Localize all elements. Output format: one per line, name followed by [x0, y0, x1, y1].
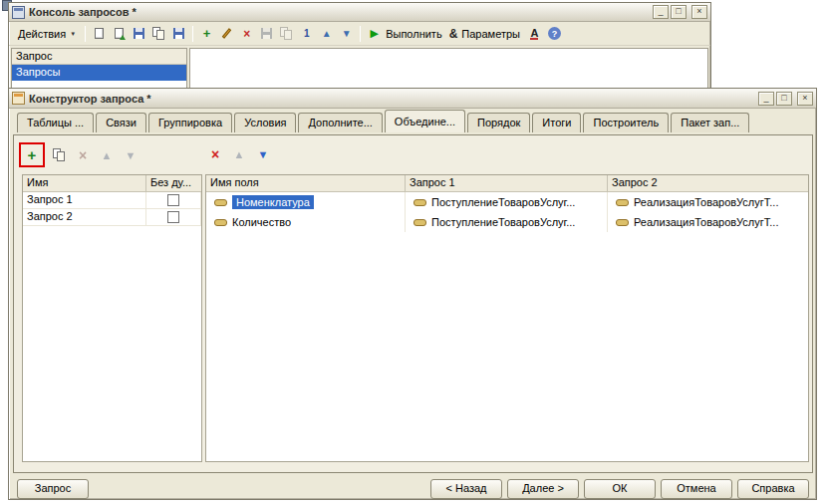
query1-field-cell[interactable]: ПоступлениеТоваровУслуг...: [406, 192, 608, 212]
letter-a-icon: A: [530, 28, 538, 40]
tab-batch[interactable]: Пакет зап...: [671, 113, 749, 132]
tree-column-header[interactable]: Запрос: [12, 49, 186, 65]
query2-field-cell[interactable]: РеализацияТоваровУслугТ...: [608, 212, 808, 232]
field-icon: [413, 199, 426, 206]
actions-label: Действия: [18, 28, 66, 40]
actions-menu-button[interactable]: Действия ▼: [13, 26, 81, 42]
column-header-name[interactable]: Имя: [23, 175, 146, 191]
add-query-icon[interactable]: +: [22, 145, 42, 164]
dialog-maximize-button[interactable]: □: [776, 92, 792, 106]
queries-table-header: Имя Без ду...: [23, 175, 201, 192]
save-list-icon[interactable]: [169, 25, 188, 43]
minimize-button[interactable]: _: [653, 5, 669, 19]
next-button[interactable]: Далее >: [507, 479, 579, 499]
field-name-cell[interactable]: Номенклатура: [206, 192, 406, 212]
cancel-button[interactable]: Отмена: [661, 479, 732, 499]
checkbox[interactable]: [167, 211, 179, 223]
load-icon[interactable]: [110, 25, 129, 43]
console-title: Консоль запросов *: [29, 6, 137, 18]
add-icon[interactable]: +: [197, 25, 216, 43]
floppy-icon: [261, 28, 272, 39]
save-item-icon[interactable]: [257, 25, 276, 43]
floppy-icon: [173, 28, 184, 39]
move-down-icon[interactable]: ▼: [337, 25, 356, 43]
tree-item-queries[interactable]: Запросы: [12, 65, 186, 81]
column-header-fieldname[interactable]: Имя поля: [206, 175, 406, 191]
field-icon: [214, 199, 227, 206]
help-icon[interactable]: ?: [545, 25, 564, 43]
tab-additional[interactable]: Дополните...: [298, 113, 382, 132]
back-button[interactable]: < Назад: [430, 479, 502, 499]
tab-totals[interactable]: Итоги: [532, 113, 581, 132]
table-row[interactable]: Запрос 2: [23, 209, 201, 226]
pages-icon: [53, 148, 66, 162]
query-button[interactable]: Запрос: [17, 479, 89, 499]
tab-grouping[interactable]: Группировка: [148, 113, 232, 132]
fields-table-header: Имя поля Запрос 1 Запрос 2: [206, 175, 808, 192]
column-header-query1[interactable]: Запрос 1: [406, 175, 608, 191]
floppy-icon: [134, 28, 144, 39]
pages-icon: [152, 27, 165, 41]
edit-icon[interactable]: [217, 25, 236, 43]
query-name[interactable]: Запрос 2: [23, 209, 146, 225]
tab-unions[interactable]: Объедине...: [385, 110, 465, 132]
field-move-down-icon[interactable]: ▼: [253, 144, 273, 163]
query2-field-value: РеализацияТоваровУслугТ...: [634, 196, 778, 208]
page-icon: [115, 28, 124, 39]
console-titlebar[interactable]: Консоль запросов * _ □ ×: [9, 3, 710, 22]
query1-field-cell[interactable]: ПоступлениеТоваровУслуг...: [406, 212, 608, 232]
query1-field-value: ПоступлениеТоваровУслуг...: [431, 216, 575, 228]
delete-field-icon[interactable]: ×: [205, 144, 225, 163]
dialog-tabs: Таблицы ... Связи Группировка Условия До…: [17, 113, 749, 132]
dialog-minimize-button[interactable]: _: [758, 92, 774, 106]
field-icon: [616, 219, 629, 226]
move-up-icon[interactable]: ▲: [317, 25, 336, 43]
field-icon: [214, 219, 227, 226]
console-toolbar: Действия ▼ + × 1 ▲ ▼ ▶ Выполнить & Парам…: [9, 22, 710, 46]
annotation-highlight: +: [19, 142, 45, 167]
queries-toolbar: + × ▲ ▼: [19, 142, 140, 167]
renumber-icon[interactable]: 1: [297, 25, 316, 43]
tab-builder[interactable]: Построитель: [583, 113, 669, 132]
tab-tables[interactable]: Таблицы ...: [17, 113, 94, 132]
parameters-icon[interactable]: &: [447, 27, 460, 41]
noduplicates-cell: [146, 192, 201, 208]
tab-links[interactable]: Связи: [96, 113, 146, 132]
help-button[interactable]: Справка: [737, 479, 809, 499]
maximize-button[interactable]: □: [671, 5, 687, 19]
execute-button[interactable]: Выполнить: [385, 28, 445, 40]
tab-order[interactable]: Порядок: [467, 113, 530, 132]
output-format-icon[interactable]: A: [525, 25, 544, 43]
copy-query-icon[interactable]: [49, 145, 69, 164]
field-name-cell[interactable]: Количество: [206, 212, 406, 232]
execute-icon[interactable]: ▶: [365, 25, 384, 43]
delete-icon[interactable]: ×: [237, 25, 256, 43]
table-row[interactable]: Номенклатура ПоступлениеТоваровУслуг... …: [206, 192, 808, 212]
copy-item-icon[interactable]: [277, 25, 296, 43]
query2-field-cell[interactable]: РеализацияТоваровУслугТ...: [608, 192, 808, 212]
new-icon[interactable]: [90, 25, 109, 43]
tab-conditions[interactable]: Условия: [234, 113, 296, 132]
column-header-noduplicates[interactable]: Без ду...: [146, 175, 201, 191]
query-move-down-icon[interactable]: ▼: [121, 145, 140, 164]
column-header-query2[interactable]: Запрос 2: [608, 175, 808, 191]
dropdown-icon: ▼: [70, 31, 76, 37]
delete-query-icon[interactable]: ×: [73, 145, 93, 164]
field-name: Количество: [232, 216, 291, 228]
parameters-button[interactable]: Параметры: [460, 28, 524, 40]
checkbox[interactable]: [167, 194, 179, 206]
dialog-titlebar[interactable]: Конструктор запроса * _ □ ×: [9, 89, 816, 109]
query-move-up-icon[interactable]: ▲: [97, 145, 117, 164]
separator: [192, 26, 193, 42]
query-name[interactable]: Запрос 1: [23, 192, 146, 208]
pages-icon: [280, 27, 293, 41]
save-icon[interactable]: [130, 25, 148, 43]
field-move-up-icon[interactable]: ▲: [229, 144, 249, 163]
close-button[interactable]: ×: [691, 5, 707, 19]
copy-list-icon[interactable]: [149, 25, 168, 43]
dialog-close-button[interactable]: ×: [797, 92, 813, 106]
ok-button[interactable]: ОК: [584, 479, 656, 499]
fields-toolbar: × ▲ ▼: [205, 144, 273, 163]
table-row[interactable]: Количество ПоступлениеТоваровУслуг... Ре…: [206, 212, 808, 232]
table-row[interactable]: Запрос 1: [23, 192, 201, 209]
